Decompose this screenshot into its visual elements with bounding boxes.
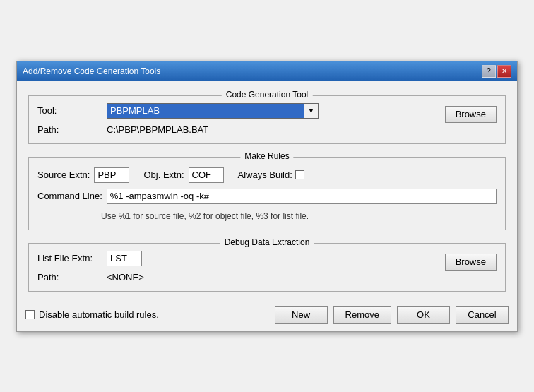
- dialog: Add/Remove Code Generation Tools ? ✕ Cod…: [16, 61, 518, 332]
- path-value: C:\PBP\PBPMPLAB.BAT: [107, 124, 208, 135]
- always-build-container: Always Build:: [238, 170, 304, 180]
- tool-input[interactable]: [107, 103, 304, 119]
- close-button[interactable]: ✕: [497, 65, 511, 78]
- remove-label: Remove: [345, 309, 379, 320]
- tool-dropdown-container: ▼: [107, 103, 434, 119]
- title-bar: Add/Remove Code Generation Tools ? ✕: [17, 61, 517, 81]
- disable-checkbox-container: Disable automatic build rules.: [25, 309, 159, 320]
- hint-text: Use %1 for source file, %2 for object fi…: [101, 211, 497, 221]
- code-gen-tool-legend: Code Generation Tool: [222, 90, 313, 100]
- always-build-label: Always Build:: [238, 170, 292, 180]
- command-line-row: Command Line:: [37, 189, 497, 204]
- debug-path-value: <NONE>: [107, 272, 144, 283]
- tool-row: Tool: ▼: [37, 103, 434, 119]
- debug-path-row: Path: <NONE>: [37, 272, 434, 283]
- debug-data-left: List File Extn: Path: <NONE>: [37, 251, 434, 283]
- path-row: Path: C:\PBP\PBPMPLAB.BAT: [37, 124, 434, 135]
- make-rules-content: Source Extn: Obj. Extn: Always Build: Co…: [37, 165, 497, 221]
- code-gen-tool-group: Code Generation Tool Tool: ▼ Path: C:\PB…: [28, 95, 506, 144]
- debug-path-label: Path:: [37, 272, 101, 283]
- obj-extn-input[interactable]: [189, 167, 224, 183]
- source-row: Source Extn: Obj. Extn: Always Build:: [37, 167, 497, 183]
- browse-button-1[interactable]: Browse: [445, 106, 497, 123]
- disable-auto-build-checkbox[interactable]: [25, 310, 35, 319]
- debug-data-content: List File Extn: Path: <NONE> Browse: [37, 251, 497, 283]
- bottom-bar: Disable automatic build rules. New Remov…: [17, 300, 517, 331]
- cancel-button[interactable]: Cancel: [456, 306, 509, 324]
- command-line-input[interactable]: [107, 189, 497, 204]
- command-line-label: Command Line:: [37, 191, 102, 201]
- make-rules-legend: Make Rules: [240, 151, 293, 161]
- debug-data-legend: Debug Data Extraction: [220, 237, 314, 247]
- make-rules-group: Make Rules Source Extn: Obj. Extn: Alway…: [28, 157, 506, 230]
- list-file-extn-label: List File Extn:: [37, 253, 101, 263]
- remove-button[interactable]: Remove: [333, 306, 391, 324]
- ok-label: OK: [417, 309, 430, 320]
- title-bar-buttons: ? ✕: [482, 65, 511, 78]
- disable-auto-build-label: Disable automatic build rules.: [39, 309, 159, 320]
- source-extn-label: Source Extn:: [37, 170, 90, 180]
- dropdown-arrow-icon[interactable]: ▼: [304, 103, 319, 119]
- new-label: New: [292, 309, 310, 320]
- debug-data-group: Debug Data Extraction List File Extn: Pa…: [28, 243, 506, 292]
- list-file-extn-input[interactable]: [107, 251, 142, 266]
- code-gen-tool-content: Tool: ▼ Path: C:\PBP\PBPMPLAB.BAT Browse: [37, 103, 497, 135]
- always-build-checkbox[interactable]: [295, 170, 304, 179]
- ok-button[interactable]: OK: [397, 306, 450, 324]
- browse-button-2[interactable]: Browse: [445, 254, 497, 271]
- bottom-buttons: New Remove OK Cancel: [275, 306, 509, 324]
- list-file-row: List File Extn:: [37, 251, 434, 266]
- dialog-body: Code Generation Tool Tool: ▼ Path: C:\PB…: [17, 81, 517, 300]
- help-button[interactable]: ?: [482, 65, 496, 78]
- tool-label: Tool:: [37, 105, 101, 116]
- obj-extn-label: Obj. Extn:: [143, 170, 184, 180]
- source-extn-input[interactable]: [94, 167, 129, 183]
- path-label: Path:: [37, 124, 101, 135]
- code-gen-tool-left: Tool: ▼ Path: C:\PBP\PBPMPLAB.BAT: [37, 103, 434, 135]
- new-button[interactable]: New: [275, 306, 328, 324]
- dialog-title: Add/Remove Code Generation Tools: [23, 66, 160, 76]
